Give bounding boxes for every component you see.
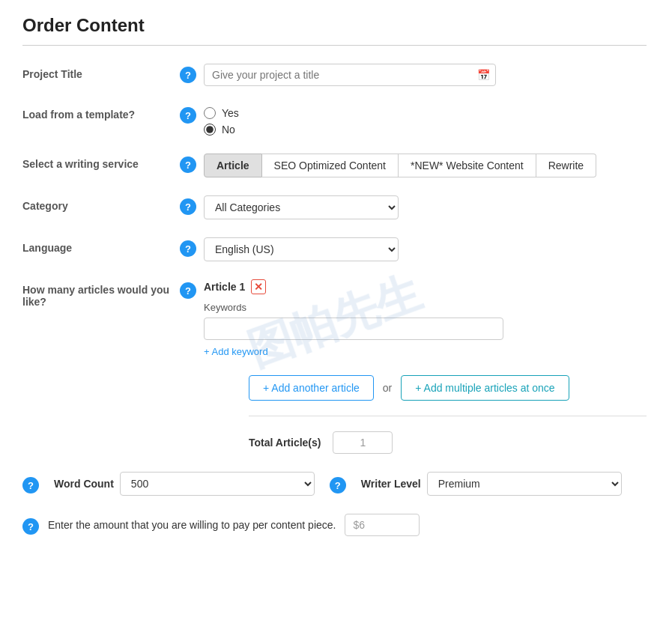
template-yes-label: Yes bbox=[222, 107, 239, 119]
load-template-help[interactable]: ? bbox=[180, 107, 196, 124]
category-select[interactable]: All Categories Business Technology Healt… bbox=[204, 195, 399, 219]
load-template-label: Load from a template? bbox=[22, 104, 172, 121]
or-text: or bbox=[383, 382, 392, 394]
language-select[interactable]: English (US) English (UK) Spanish French… bbox=[204, 237, 399, 261]
articles-action-row: + Add another article or + Add multiple … bbox=[249, 375, 647, 416]
language-control: English (US) English (UK) Spanish French… bbox=[204, 237, 647, 261]
articles-control: Article 1 ✕ Keywords + Add keyword bbox=[204, 279, 647, 357]
add-keyword-link[interactable]: + Add keyword bbox=[204, 346, 268, 357]
project-title-input-wrapper: 📅 bbox=[204, 64, 496, 86]
article-1-label: Article 1 bbox=[204, 281, 245, 293]
price-help[interactable]: ? bbox=[22, 518, 39, 535]
service-btn-website[interactable]: *NEW* Website Content bbox=[399, 154, 536, 177]
writer-level-help[interactable]: ? bbox=[330, 477, 346, 493]
writing-service-control: Article SEO Optimized Content *NEW* Webs… bbox=[204, 154, 647, 177]
category-control: All Categories Business Technology Healt… bbox=[204, 195, 647, 219]
project-title-label: Project Title bbox=[22, 64, 172, 80]
page-title: Order Content bbox=[22, 15, 647, 36]
writing-service-row: Select a writing service ? Article SEO O… bbox=[22, 154, 647, 177]
title-divider bbox=[22, 45, 647, 46]
template-no-label: No bbox=[222, 124, 235, 136]
word-count-help[interactable]: ? bbox=[22, 477, 39, 493]
service-btn-rewrite[interactable]: Rewrite bbox=[536, 154, 596, 177]
writing-service-label: Select a writing service bbox=[22, 154, 172, 170]
service-btn-seo[interactable]: SEO Optimized Content bbox=[262, 154, 399, 177]
articles-help[interactable]: ? bbox=[180, 282, 196, 299]
article-1-remove-btn[interactable]: ✕ bbox=[251, 279, 266, 294]
keywords-label: Keywords bbox=[204, 302, 647, 313]
price-label: Enter the amount that you are willing to… bbox=[48, 519, 336, 531]
price-input[interactable] bbox=[345, 514, 420, 536]
language-label: Language bbox=[22, 237, 172, 254]
template-no-radio[interactable] bbox=[204, 124, 216, 136]
add-another-article-btn[interactable]: + Add another article bbox=[249, 375, 374, 401]
load-template-row: Load from a template? ? Yes No bbox=[22, 104, 647, 136]
project-title-control: 📅 bbox=[204, 64, 647, 86]
price-row: ? Enter the amount that you are willing … bbox=[22, 514, 647, 536]
word-count-select[interactable]: 250 500 750 1000 1500 2000 bbox=[120, 472, 315, 496]
articles-row: How many articles would you like? ? Arti… bbox=[22, 279, 647, 357]
writer-level-label: Writer Level bbox=[361, 478, 421, 490]
service-button-group: Article SEO Optimized Content *NEW* Webs… bbox=[204, 154, 647, 177]
template-yes-radio[interactable] bbox=[204, 107, 216, 119]
language-help[interactable]: ? bbox=[180, 240, 196, 257]
template-yes-option[interactable]: Yes bbox=[204, 107, 647, 119]
language-row: Language ? English (US) English (UK) Spa… bbox=[22, 237, 647, 261]
articles-label: How many articles would you like? bbox=[22, 279, 172, 308]
project-title-input[interactable] bbox=[204, 64, 496, 86]
article-1-header: Article 1 ✕ bbox=[204, 279, 647, 294]
options-row: ? Word Count 250 500 750 1000 1500 2000 … bbox=[22, 472, 647, 496]
category-help[interactable]: ? bbox=[180, 198, 196, 215]
word-count-group: Word Count 250 500 750 1000 1500 2000 bbox=[54, 472, 315, 496]
template-no-option[interactable]: No bbox=[204, 124, 647, 136]
project-title-row: Project Title ? 📅 bbox=[22, 64, 647, 86]
total-label: Total Article(s) bbox=[249, 437, 321, 449]
load-template-control: Yes No bbox=[204, 104, 647, 136]
word-count-label: Word Count bbox=[54, 478, 114, 490]
category-label: Category bbox=[22, 195, 172, 212]
total-input[interactable] bbox=[333, 431, 393, 454]
service-btn-article[interactable]: Article bbox=[204, 154, 262, 177]
keywords-input[interactable] bbox=[204, 318, 503, 340]
total-row: Total Article(s) bbox=[249, 431, 647, 454]
calendar-icon: 📅 bbox=[477, 69, 490, 81]
template-radio-group: Yes No bbox=[204, 104, 647, 136]
writing-service-help[interactable]: ? bbox=[180, 157, 196, 173]
writer-level-group: Writer Level Standard Premium Elite Elit… bbox=[361, 472, 622, 496]
category-row: Category ? All Categories Business Techn… bbox=[22, 195, 647, 219]
add-multiple-articles-btn[interactable]: + Add multiple articles at once bbox=[401, 375, 569, 401]
project-title-help[interactable]: ? bbox=[180, 67, 196, 83]
writer-level-select[interactable]: Standard Premium Elite Elite Plus bbox=[427, 472, 622, 496]
